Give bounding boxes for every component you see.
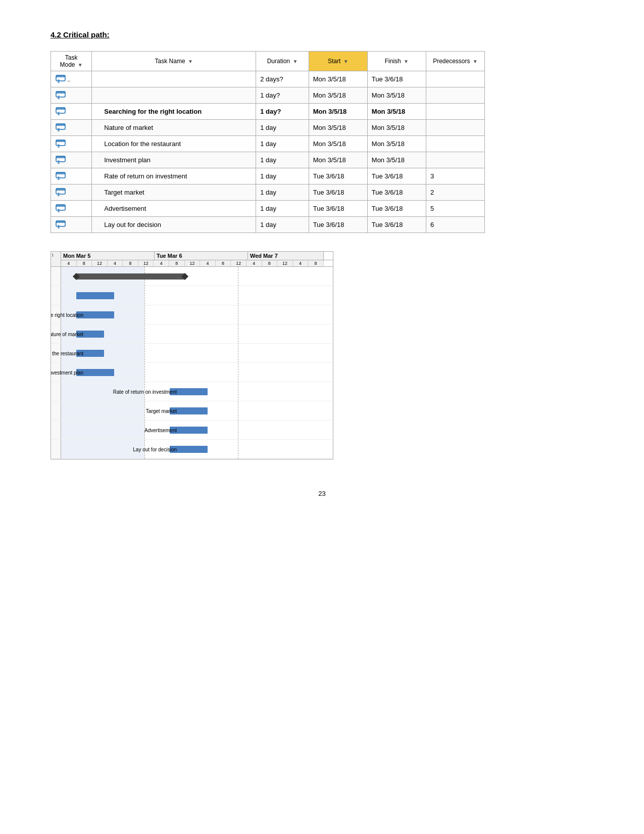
gantt-hour-label: 4 (293, 260, 309, 266)
gantt-dates: Mon Mar 5Tue Mar 6Wed Mar 7 481248124812… (61, 252, 333, 266)
task-mode-icon (55, 187, 66, 196)
cell-name: Searching for the right location (92, 104, 256, 120)
gantt-diamond-right (181, 272, 188, 280)
gantt-hour-label: 8 (77, 260, 92, 266)
gantt-hour-label: 12 (231, 260, 246, 266)
table-row: Rate of return on investment1 dayTue 3/6… (51, 168, 485, 184)
cell-mode (51, 201, 92, 217)
cell-start: Tue 3/6/18 (309, 184, 367, 201)
gantt-chart: ! Mon Mar 5Tue Mar 6Wed Mar 7 4812481248… (51, 251, 333, 459)
gantt-row: Rate of return on investment (51, 382, 333, 401)
task-mode-icon (55, 219, 66, 228)
gantt-row-area: Advertisement (61, 421, 333, 439)
cell-duration: 1 day? (256, 104, 309, 120)
svg-rect-41 (56, 205, 65, 207)
col-mode-arrow[interactable]: ▼ (78, 62, 83, 68)
cell-predecessors (426, 136, 484, 152)
gantt-row-area: Location for the restaurant (61, 344, 333, 362)
col-duration-arrow[interactable]: ▼ (292, 59, 298, 64)
gantt-task-label: Rate of return on investment (113, 389, 177, 394)
col-header-predecessors[interactable]: Predecessors ▼ (426, 52, 484, 71)
col-start-arrow[interactable]: ▼ (343, 59, 349, 64)
table-row: Advertisement1 dayTue 3/6/18Tue 3/6/185 (51, 201, 485, 217)
task-table: TaskMode ▼ Task Name ▼ Duration ▼ Start … (51, 51, 485, 233)
col-name-arrow[interactable]: ▼ (188, 59, 193, 64)
gantt-date-label: Mon Mar 5 (61, 252, 155, 260)
col-mode-label: TaskMode (60, 54, 77, 68)
gantt-row-stub (51, 440, 61, 458)
cell-name: Location for the restaurant (92, 136, 256, 152)
gantt-row-area: Investment plan (61, 363, 333, 382)
cell-name: Advertisement (92, 201, 256, 217)
task-mode-icon (55, 155, 66, 164)
cell-finish: Tue 3/6/18 (367, 201, 426, 217)
gantt-row: Investment plan (51, 363, 333, 382)
svg-rect-17 (58, 128, 60, 129)
col-finish-arrow[interactable]: ▼ (404, 59, 409, 64)
svg-rect-7 (58, 96, 60, 97)
cell-finish: Mon 3/5/18 (367, 87, 426, 104)
cell-predecessors: 5 (426, 201, 484, 217)
gantt-row-area: Lay out for decision (61, 440, 333, 458)
gantt-row-area: Nature of market (61, 325, 333, 343)
table-row: Nature of market1 dayMon 3/5/18Mon 3/5/1… (51, 120, 485, 136)
gantt-hour-row: 4812481248124812481248 (61, 260, 333, 266)
task-mode-icon (55, 106, 66, 115)
col-header-duration[interactable]: Duration ▼ (256, 52, 309, 71)
col-header-name[interactable]: Task Name ▼ (92, 52, 256, 71)
col-pred-arrow[interactable]: ▼ (473, 59, 478, 64)
cell-name: Lay out for decision (92, 217, 256, 233)
cell-mode (51, 120, 92, 136)
gantt-row-stub (51, 382, 61, 401)
col-header-finish[interactable]: Finish ▼ (367, 52, 426, 71)
gantt-hour-label: 4 (200, 260, 216, 266)
gantt-task-label: Target market (146, 408, 177, 413)
cell-predecessors (426, 71, 484, 87)
gantt-date-label: Tue Mar 6 (155, 252, 248, 260)
gantt-hour-label: 12 (138, 260, 154, 266)
page-number: 23 (51, 490, 593, 497)
gantt-hour-label: 4 (61, 260, 77, 266)
col-name-label: Task Name (155, 58, 185, 65)
gantt-hour-label: 8 (123, 260, 138, 266)
svg-rect-42 (58, 209, 60, 210)
cell-predecessors (426, 87, 484, 104)
cell-name: Target market (92, 184, 256, 201)
cell-finish: Tue 3/6/18 (367, 168, 426, 184)
gantt-hour-label: 4 (246, 260, 262, 266)
svg-rect-47 (58, 225, 60, 226)
gantt-diamond-left (73, 272, 80, 280)
gantt-body: Searching for the right locationNature o… (51, 267, 333, 459)
gantt-row: Location for the restaurant (51, 344, 333, 363)
gantt-hour-label: 8 (308, 260, 324, 266)
gantt-hour-label: 4 (108, 260, 123, 266)
cell-finish: Mon 3/5/18 (367, 104, 426, 120)
gantt-hour-label: 4 (154, 260, 169, 266)
cell-finish: Mon 3/5/18 (367, 152, 426, 168)
cell-predecessors (426, 104, 484, 120)
svg-rect-1 (56, 75, 65, 77)
cell-finish: Tue 3/6/18 (367, 71, 426, 87)
cell-finish: Tue 3/6/18 (367, 217, 426, 233)
gantt-row: Advertisement (51, 421, 333, 440)
svg-rect-27 (58, 160, 60, 162)
svg-rect-46 (56, 221, 65, 223)
gantt-hour-label: 12 (277, 260, 293, 266)
table-row: Location for the restaurant1 dayMon 3/5/… (51, 136, 485, 152)
cell-finish: Mon 3/5/18 (367, 136, 426, 152)
col-header-start[interactable]: Start ▼ (309, 52, 367, 71)
gantt-date-label-row: Mon Mar 5Tue Mar 6Wed Mar 7 (61, 252, 333, 260)
cell-predecessors: 6 (426, 217, 484, 233)
svg-rect-31 (56, 172, 65, 174)
gantt-task-label: Searching for the right location (51, 312, 83, 317)
task-mode-icon (55, 122, 66, 131)
svg-rect-32 (58, 176, 60, 178)
gantt-row: Searching for the right location (51, 305, 333, 325)
svg-rect-11 (56, 108, 65, 110)
cell-start: Tue 3/6/18 (309, 217, 367, 233)
cell-mode (51, 184, 92, 201)
gantt-task-label: Investment plan (51, 369, 83, 375)
task-mode-icon (55, 90, 66, 99)
cell-predecessors (426, 120, 484, 136)
col-header-mode[interactable]: TaskMode ▼ (51, 52, 92, 71)
